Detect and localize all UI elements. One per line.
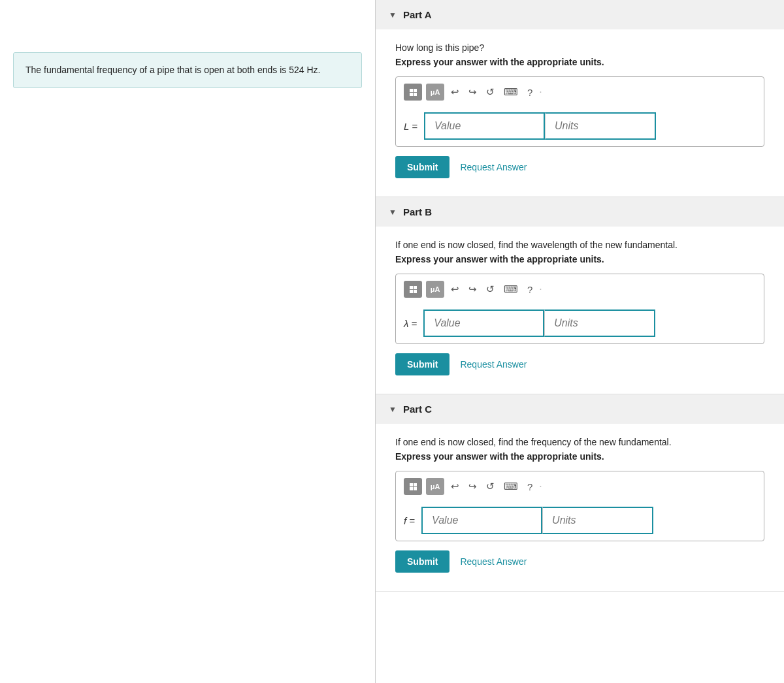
part-c-matrix-btn[interactable] [404,478,422,495]
part-a-input-row: L = [404,112,756,140]
matrix-icon [410,89,417,96]
part-a-section: ▼ Part A How long is this pipe? Express … [376,0,784,197]
part-c-reset-btn[interactable]: ↺ [483,479,497,494]
part-a-body: How long is this pipe? Express your answ… [376,29,784,197]
part-b-express: Express your answer with the appropriate… [395,254,764,264]
part-c-help-btn[interactable]: ? [525,480,535,494]
part-c-label: Part C [403,404,432,415]
info-box: The fundamental frequency of a pipe that… [13,52,362,88]
part-c-chevron-icon: ▼ [389,405,397,414]
part-b-chevron-icon: ▼ [389,208,397,217]
part-a-express: Express your answer with the appropriate… [395,57,764,67]
right-panel: ▼ Part A How long is this pipe? Express … [376,0,784,683]
part-b-redo-btn[interactable]: ↪ [466,282,480,296]
part-c-question: If one end is now closed, find the frequ… [395,437,764,447]
part-a-help-btn[interactable]: ? [525,86,535,99]
part-b-matrix-btn[interactable] [404,281,422,298]
part-a-request-link[interactable]: Request Answer [460,162,527,172]
part-b-label: Part B [403,206,432,217]
part-b-action-row: Submit Request Answer [395,353,764,375]
part-b-question: If one end is now closed, find the wavel… [395,240,764,250]
part-a-value-input[interactable] [424,112,545,140]
part-c-mua-btn[interactable]: μA [426,478,444,495]
part-b-toolbar: μA ↩ ↪ ↺ ⌨ ? · [404,281,756,303]
part-a-toolbar: μA ↩ ↪ ↺ ⌨ ? · [404,84,756,106]
part-b-body: If one end is now closed, find the wavel… [376,227,784,394]
part-a-undo-btn[interactable]: ↩ [448,85,462,99]
part-c-units-input[interactable] [542,507,653,534]
part-b-input-label: λ = [404,318,417,329]
part-b-units-input[interactable] [544,310,655,337]
part-c-section: ▼ Part C If one end is now closed, find … [376,394,784,592]
info-text: The fundamental frequency of a pipe that… [25,65,320,75]
part-c-input-label: f = [404,515,415,526]
part-b-reset-btn[interactable]: ↺ [483,282,497,296]
part-a-input-label: L = [404,121,417,132]
part-a-header[interactable]: ▼ Part A [376,0,784,29]
part-b-section: ▼ Part B If one end is now closed, find … [376,197,784,394]
part-b-undo-btn[interactable]: ↩ [448,282,462,296]
part-c-submit-button[interactable]: Submit [395,550,449,573]
part-a-redo-btn[interactable]: ↪ [466,85,480,99]
part-a-chevron-icon: ▼ [389,10,397,20]
part-c-keyboard-btn[interactable]: ⌨ [501,479,521,494]
part-a-reset-btn[interactable]: ↺ [483,85,497,99]
part-b-mua-btn[interactable]: μA [426,281,444,298]
part-c-action-row: Submit Request Answer [395,550,764,573]
part-c-input-row: f = [404,507,756,534]
part-b-value-input[interactable] [423,310,544,337]
part-c-express: Express your answer with the appropriate… [395,451,764,462]
part-b-keyboard-btn[interactable]: ⌨ [501,282,521,296]
matrix-icon-b [410,286,417,293]
part-c-redo-btn[interactable]: ↪ [466,479,480,494]
part-c-toolbar-sep: · [539,481,542,492]
part-c-value-input[interactable] [421,507,542,534]
part-b-input-row: λ = [404,310,756,337]
part-a-label: Part A [403,9,432,20]
part-c-body: If one end is now closed, find the frequ… [376,424,784,591]
part-b-help-btn[interactable]: ? [525,283,535,296]
part-a-matrix-btn[interactable] [404,84,422,101]
part-a-mua-btn[interactable]: μA [426,84,444,101]
part-c-toolbar: μA ↩ ↪ ↺ ⌨ ? · [404,478,756,500]
part-b-request-link[interactable]: Request Answer [460,359,527,370]
part-a-action-row: Submit Request Answer [395,156,764,178]
part-a-toolbar-sep: · [539,86,542,98]
part-a-question: How long is this pipe? [395,42,764,53]
part-b-toolbar-sep: · [539,283,542,295]
part-a-submit-button[interactable]: Submit [395,156,449,178]
part-c-answer-box: μA ↩ ↪ ↺ ⌨ ? · f = [395,471,764,541]
left-panel: The fundamental frequency of a pipe that… [0,0,376,683]
matrix-icon-c [410,483,417,490]
part-c-header[interactable]: ▼ Part C [376,394,784,424]
part-b-header[interactable]: ▼ Part B [376,197,784,227]
part-b-answer-box: μA ↩ ↪ ↺ ⌨ ? · λ = [395,274,764,344]
part-a-answer-box: μA ↩ ↪ ↺ ⌨ ? · L = [395,76,764,147]
part-c-undo-btn[interactable]: ↩ [448,479,462,494]
part-c-request-link[interactable]: Request Answer [460,556,527,567]
part-b-submit-button[interactable]: Submit [395,353,449,375]
part-a-keyboard-btn[interactable]: ⌨ [501,85,521,99]
part-a-units-input[interactable] [545,112,656,140]
